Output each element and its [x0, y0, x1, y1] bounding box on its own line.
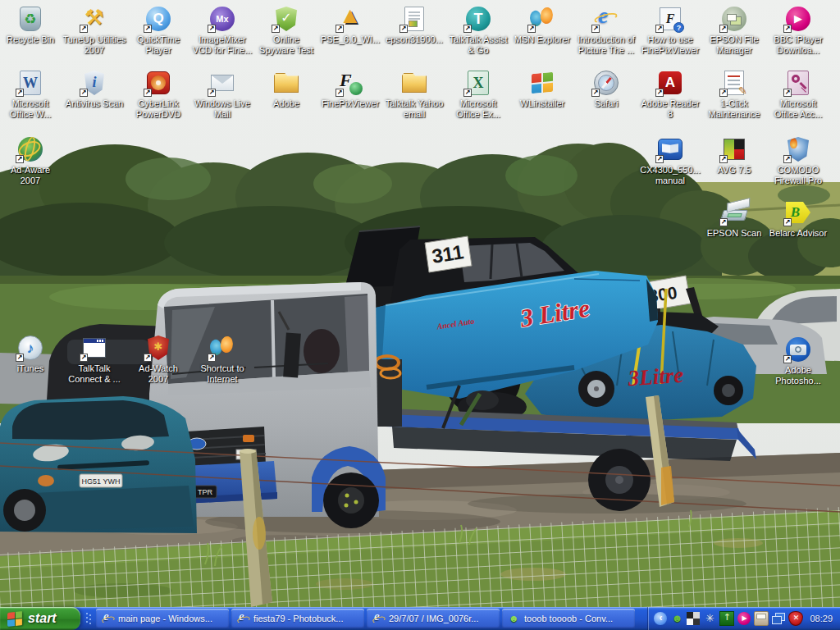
- desktop-icon[interactable]: Introduction of Picture The ...: [574, 5, 638, 56]
- desktop-icon[interactable]: EPSON Scan: [702, 199, 766, 239]
- player-icon[interactable]: [737, 612, 751, 625]
- desktop-icon[interactable]: EPSON File Manager: [702, 5, 766, 56]
- desktop-icon[interactable]: MSN Explorer: [510, 5, 574, 45]
- desktop-icon[interactable]: Online Spyware Test: [254, 5, 318, 56]
- checker-icon[interactable]: [687, 612, 700, 625]
- printer-icon[interactable]: [754, 611, 769, 626]
- shortcut-arrow-icon: [80, 25, 88, 33]
- shortcut-arrow-icon: [80, 89, 88, 97]
- desktop-icon[interactable]: How to use FinePixViewer: [638, 5, 702, 56]
- shortcut-arrow-icon: [463, 25, 472, 33]
- desktop-icon[interactable]: TalkTalk Connect & ...: [62, 334, 126, 385]
- taskbar-window-button[interactable]: fiesta79 - Photobuck...: [231, 609, 364, 628]
- network-icon[interactable]: [772, 612, 785, 625]
- desktop-icon-label: MSN Explorer: [514, 34, 570, 45]
- desktop-icon[interactable]: COMODO Firewall Pro: [766, 135, 830, 186]
- desktop-icon[interactable]: Recycle Bin: [0, 5, 62, 45]
- desktop-icon[interactable]: 1-Click Maintenance: [702, 69, 766, 120]
- desktop-icon[interactable]: Adobe: [254, 69, 318, 109]
- desktop-icon-label: CX4300_550... manual: [640, 165, 700, 186]
- desktop-icon[interactable]: PSE_6.0_WI...: [318, 5, 382, 45]
- shortcut-arrow-icon: [463, 89, 472, 97]
- taskbar-window-button[interactable]: tooob toooob - Conv...: [502, 609, 635, 628]
- screen: 300 3Litre: [0, 0, 840, 630]
- desktop-icon[interactable]: iTunes: [0, 334, 62, 374]
- desktop-icon[interactable]: Antivirus Scan: [62, 69, 126, 109]
- desktop-icon[interactable]: FinePixViewer: [318, 69, 382, 109]
- winflag-icon: [532, 72, 553, 94]
- shortcut-arrow-icon: [208, 89, 216, 97]
- desktop-icon-label: Ad-Watch 2007: [139, 363, 178, 385]
- desktop-icon[interactable]: BBC iPlayer Downloa...: [766, 5, 830, 56]
- shortcut-arrow-icon: [144, 354, 152, 362]
- desktop-icon[interactable]: epson31900...: [382, 5, 446, 45]
- internet-explorer-icon: [372, 613, 385, 625]
- desktop-icon[interactable]: Microsoft Office Ex...: [446, 69, 510, 120]
- desktop-icon[interactable]: CX4300_550... manual: [638, 135, 702, 186]
- shortcut-arrow-icon: [783, 155, 792, 163]
- desktop-icon[interactable]: Microsoft Office W...: [0, 69, 62, 120]
- desktop-icon-label: BBC iPlayer Downloa...: [774, 34, 822, 56]
- taskbar-window-button[interactable]: 29/7/07 / IMG_0076r...: [367, 609, 500, 628]
- desktop-icon[interactable]: Belarc Advisor: [766, 199, 830, 239]
- teal-hatchback: HG51 YWH: [0, 396, 197, 533]
- taskbar: start main page - Windows... fiesta79 - …: [0, 607, 840, 630]
- shortcut-arrow-icon: [591, 25, 600, 33]
- shortcut-arrow-icon: [336, 25, 344, 33]
- quick-launch-handle[interactable]: [85, 612, 92, 625]
- desktop-icon[interactable]: Adobe Reader 8: [638, 69, 702, 120]
- desktop-icon[interactable]: Microsoft Office Acc...: [766, 69, 830, 120]
- taskbar-window-button[interactable]: main page - Windows...: [96, 609, 229, 628]
- messenger-icon[interactable]: [670, 612, 683, 625]
- start-button[interactable]: start: [0, 607, 80, 630]
- desktop-icon-label: Safari: [595, 98, 619, 109]
- shortcut-arrow-icon: [527, 25, 536, 33]
- desktop-icon[interactable]: TuneUp Utilities 2007: [62, 5, 126, 56]
- task-button-area: main page - Windows... fiesta79 - Photob…: [96, 609, 663, 628]
- desktop[interactable]: 300 3Litre: [0, 0, 840, 607]
- hide-icons-icon[interactable]: [654, 612, 667, 625]
- desktop-icon-label: Ad-Aware 2007: [11, 165, 50, 186]
- desktop-icon[interactable]: CyberLink PowerDVD: [126, 69, 190, 120]
- star-icon[interactable]: [703, 612, 716, 625]
- wreck-livery-text: 3Litre: [627, 363, 684, 391]
- taskbar-window-button-label: fiesta79 - Photobuck...: [253, 614, 343, 623]
- system-tray: 08:29: [647, 607, 840, 630]
- desktop-icon[interactable]: AVG 7.5: [702, 135, 766, 176]
- shortcut-arrow-icon: [719, 155, 728, 163]
- desktop-icon-label: QuickTime Player: [137, 34, 180, 56]
- desktop-icon[interactable]: Ad-Aware 2007: [0, 135, 62, 186]
- security-icon[interactable]: [788, 611, 803, 626]
- desktop-icon-label: EPSON Scan: [707, 228, 762, 239]
- desktop-icon[interactable]: WLinstaller: [510, 69, 574, 109]
- shortcut-arrow-icon: [16, 89, 24, 97]
- desktop-icon[interactable]: Talktalk Yahoo email: [382, 69, 446, 120]
- desktop-icon-label: epson31900...: [386, 34, 443, 45]
- desktop-icon-label: TalkTalk Connect & ...: [68, 363, 121, 385]
- desktop-icon[interactable]: TalkTalk Assist & Go: [446, 5, 510, 56]
- desktop-icon[interactable]: Adobe Photosho...: [766, 336, 830, 386]
- desktop-icon[interactable]: Windows Live Mail: [190, 69, 254, 120]
- desktop-icon[interactable]: ImageMixer VCD for Fine...: [190, 5, 254, 56]
- desktop-icon-label: TuneUp Utilities 2007: [62, 34, 126, 56]
- desktop-icon-label: How to use FinePixViewer: [641, 34, 699, 56]
- desktop-icon[interactable]: Shortcut to Internet: [190, 334, 254, 385]
- shortcut-arrow-icon: [719, 25, 728, 33]
- taskbar-window-button-label: tooob toooob - Conv...: [524, 614, 613, 623]
- shortcut-arrow-icon: [655, 89, 664, 97]
- shortcut-arrow-icon: [399, 25, 408, 33]
- desktop-icon[interactable]: Safari: [574, 69, 638, 109]
- update-icon[interactable]: [719, 611, 734, 626]
- internet-explorer-icon: [102, 613, 114, 625]
- shortcut-arrow-icon: [719, 89, 728, 97]
- desktop-icon-label: Online Spyware Test: [259, 34, 313, 56]
- desktop-icon[interactable]: Ad-Watch 2007: [126, 334, 190, 385]
- car-plate: HG51 YWH: [82, 477, 121, 486]
- shortcut-arrow-icon: [783, 25, 792, 33]
- shortcut-arrow-icon: [655, 155, 664, 163]
- shortcut-arrow-icon: [783, 89, 792, 97]
- desktop-icon-label: Adobe Reader 8: [641, 98, 700, 120]
- desktop-icon-label: PSE_6.0_WI...: [321, 34, 380, 45]
- desktop-icon-label: Adobe: [273, 98, 299, 109]
- desktop-icon[interactable]: QuickTime Player: [126, 5, 190, 56]
